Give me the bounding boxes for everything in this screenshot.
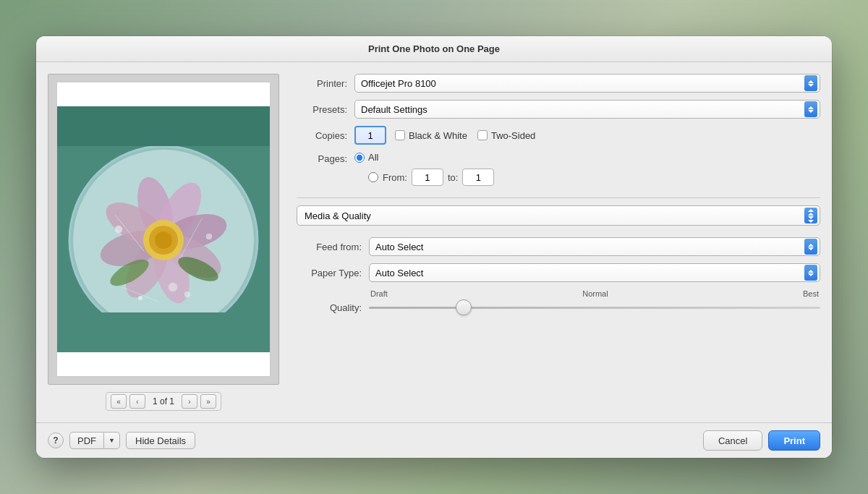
quality-section: Draft Normal Best Quality:: [297, 289, 820, 321]
presets-select[interactable]: Default Settings: [354, 100, 820, 119]
copies-input[interactable]: [354, 126, 386, 145]
quality-slider[interactable]: [369, 301, 820, 314]
pages-options: All From: to:: [354, 152, 494, 186]
feed-from-row: Feed from: Auto Select: [297, 237, 820, 256]
presets-label: Presets:: [297, 104, 354, 115]
paper-type-label: Paper Type:: [297, 268, 369, 278]
next-page-button[interactable]: ›: [182, 394, 197, 409]
dialog-content: « ‹ 1 of 1 › » Printer: Officejet Pro 81…: [36, 62, 832, 422]
pdf-arrow-button[interactable]: ▼: [104, 432, 120, 449]
photo-container: [48, 74, 279, 385]
quality-row: Quality:: [297, 301, 820, 314]
quality-ticks: Draft Normal Best: [369, 289, 820, 298]
help-button[interactable]: ?: [48, 433, 64, 448]
pdf-button[interactable]: PDF: [69, 432, 104, 449]
preview-panel: « ‹ 1 of 1 › »: [48, 74, 279, 411]
page-info: 1 of 1: [148, 396, 179, 406]
dialog-titlebar: Print One Photo on One Page: [36, 36, 832, 62]
quality-label: Quality:: [297, 302, 369, 313]
page-navigation: « ‹ 1 of 1 › »: [106, 392, 221, 411]
photo-image: [57, 82, 270, 376]
copies-label: Copies:: [297, 130, 354, 141]
pdf-arrow-icon: ▼: [109, 437, 115, 444]
two-sided-label[interactable]: Two-Sided: [477, 130, 535, 141]
quality-best-label: Best: [803, 289, 819, 298]
black-white-checkbox[interactable]: [395, 130, 405, 140]
dialog-bottom: ? PDF ▼ Hide Details Cancel Print: [36, 422, 832, 458]
pages-from-row: From: to:: [368, 169, 494, 186]
copies-row: Copies: Black & White Two-Sided: [297, 126, 820, 145]
svg-point-19: [115, 226, 122, 233]
printer-select[interactable]: Officejet Pro 8100: [354, 74, 820, 93]
svg-point-13: [155, 231, 172, 249]
printer-label: Printer:: [297, 78, 354, 89]
svg-rect-25: [57, 106, 270, 146]
black-white-label[interactable]: Black & White: [395, 130, 467, 141]
pages-from-radio[interactable]: [368, 172, 378, 182]
first-page-button[interactable]: «: [111, 394, 127, 409]
presets-select-wrapper: Default Settings: [354, 100, 820, 119]
hide-details-button[interactable]: Hide Details: [126, 432, 195, 449]
paper-type-row: Paper Type: Auto Select: [297, 263, 820, 282]
prev-page-button[interactable]: ‹: [129, 394, 145, 409]
dialog-title: Print One Photo on One Page: [368, 43, 500, 54]
pdf-group: PDF ▼: [69, 432, 120, 449]
cancel-button[interactable]: Cancel: [703, 430, 762, 451]
two-sided-checkbox[interactable]: [477, 130, 488, 140]
pages-from-input[interactable]: [412, 169, 443, 186]
quality-normal-label: Normal: [582, 289, 608, 298]
section-select-wrapper: Media & Quality Layout Color Matching Pa…: [297, 205, 820, 226]
printer-select-wrapper: Officejet Pro 8100: [354, 74, 820, 93]
svg-point-23: [184, 291, 190, 297]
pages-all-option[interactable]: All: [354, 152, 494, 163]
pages-label: Pages:: [297, 152, 354, 164]
svg-point-21: [169, 283, 177, 291]
paper-type-select[interactable]: Auto Select: [369, 263, 820, 282]
feed-from-label: Feed from:: [297, 242, 369, 252]
photo-inner: [56, 82, 271, 377]
feed-from-select[interactable]: Auto Select: [369, 237, 820, 256]
printer-row: Printer: Officejet Pro 8100: [297, 74, 820, 93]
print-button[interactable]: Print: [768, 430, 820, 451]
print-dialog: Print One Photo on One Page: [36, 36, 832, 458]
pages-row: Pages: All From: to:: [297, 152, 820, 186]
feed-from-select-wrapper: Auto Select: [369, 237, 820, 256]
presets-row: Presets: Default Settings: [297, 100, 820, 119]
svg-point-22: [138, 296, 142, 300]
pages-all-radio[interactable]: [354, 153, 365, 163]
quality-slider-container: [369, 301, 820, 314]
pages-to-input[interactable]: [462, 169, 494, 186]
separator: [297, 197, 820, 198]
dialog-overlay: Print One Photo on One Page: [0, 0, 868, 494]
svg-point-20: [206, 234, 212, 239]
quality-draft-label: Draft: [370, 289, 388, 298]
paper-type-select-wrapper: Auto Select: [369, 263, 820, 282]
controls-panel: Printer: Officejet Pro 8100 Presets: Def…: [297, 74, 820, 411]
quality-labels-row: Draft Normal Best: [297, 289, 820, 298]
section-select[interactable]: Media & Quality Layout Color Matching Pa…: [297, 205, 820, 226]
last-page-button[interactable]: »: [200, 394, 216, 409]
svg-rect-26: [57, 312, 270, 352]
